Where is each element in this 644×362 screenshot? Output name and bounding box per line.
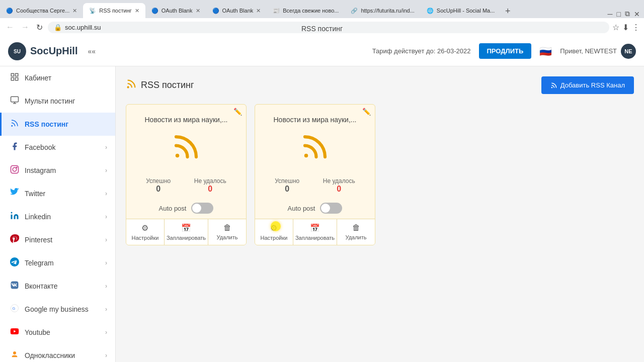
card-2-settings-label: Настройки [261, 235, 288, 241]
pinterest-icon [10, 234, 20, 245]
back-button[interactable]: ← [4, 22, 16, 33]
forward-button[interactable]: → [19, 22, 31, 33]
restore-icon[interactable]: □ [617, 10, 621, 18]
tab-oauth2-close[interactable]: ✕ [256, 8, 261, 14]
svg-text:G: G [13, 306, 16, 311]
close-icon[interactable]: ✕ [634, 10, 640, 18]
settings-icon: ⚙ [141, 223, 148, 233]
tab-communities[interactable]: 🔵 Сообщества Серге... ✕ [0, 3, 83, 18]
tab-oauth2[interactable]: 🔵 OAuth Blank ✕ [206, 3, 267, 18]
sidebar-label-google-business: Google my business [25, 305, 100, 313]
multi-post-icon [10, 96, 20, 107]
card-1-fail: Не удалось 0 [194, 177, 226, 194]
card-1-schedule-button[interactable]: 📅 Запланировать [165, 219, 208, 245]
card-2-autopost-label: Auto post [288, 205, 315, 212]
new-tab-button[interactable]: + [501, 4, 515, 18]
delete-icon-2: 🗑 [352, 223, 360, 232]
card-2-success-value: 0 [275, 185, 299, 194]
card-2-edit-icon[interactable]: ✏️ [362, 108, 371, 116]
svg-rect-5 [16, 78, 18, 80]
sidebar-item-instagram[interactable]: Instagram › [0, 159, 115, 182]
chevron-facebook: › [105, 144, 107, 151]
minimize-icon[interactable]: ─ [608, 10, 613, 18]
tab-socuphill[interactable]: 🌐 SocUpHill - Social Ma... [421, 3, 501, 18]
svg-point-17 [551, 87, 552, 87]
rss-card-2: ✏️ Новости из мира науки,... Успешно 0 [255, 104, 375, 245]
card-1-delete-label: Удалить [217, 234, 238, 240]
sidebar-item-telegram[interactable]: Telegram › [0, 251, 115, 275]
sidebar-label-odnoklassniki: Одноклассники [25, 351, 100, 359]
vk-icon [10, 281, 20, 292]
sidebar-item-linkedin[interactable]: Linkedin › [0, 205, 115, 228]
svg-rect-8 [11, 166, 19, 173]
chevron-pinterest: › [105, 236, 107, 243]
card-1-schedule-label: Запланировать [167, 235, 206, 241]
delete-icon: 🗑 [223, 223, 231, 232]
page-title: RSS постинг [141, 80, 194, 90]
collapse-sidebar-button[interactable]: «« [88, 47, 96, 55]
tab-rss-close[interactable]: ✕ [135, 8, 139, 14]
card-1-autopost-toggle[interactable] [191, 203, 213, 214]
tab-rss[interactable]: 📡 RSS постинг ✕ [83, 3, 145, 18]
chevron-twitter: › [105, 190, 107, 197]
extend-tariff-button[interactable]: ПРОДЛИТЬ [479, 43, 532, 59]
svg-point-18 [176, 154, 180, 158]
sidebar-label-vkontakte: Вконтакте [25, 282, 100, 290]
card-2-fail-label: Не удалось [323, 177, 355, 185]
tab-futurita[interactable]: 🔗 https://futurita.ru/ind... [345, 3, 420, 18]
rss-symbol-2 [300, 132, 330, 167]
sidebar-label-telegram: Telegram [25, 259, 100, 267]
svg-point-19 [304, 154, 308, 158]
reload-button[interactable]: ↻ [34, 22, 45, 33]
svg-text:SU: SU [14, 49, 21, 54]
card-2-schedule-button[interactable]: 📅 Запланировать [293, 219, 337, 245]
content-area: RSS постинг Добавить RSS Канал ✏️ Новост… [116, 66, 644, 362]
card-1-rss-icon [126, 128, 246, 173]
header-right: Тариф действует до: 26-03-2022 ПРОДЛИТЬ … [372, 43, 636, 59]
ok-icon [10, 350, 20, 361]
card-2-settings-button[interactable]: ⚙ Настройки [255, 219, 293, 245]
avatar: NE [621, 44, 636, 59]
card-1-settings-button[interactable]: ⚙ Настройки [126, 219, 165, 245]
sidebar-item-odnoklassniki[interactable]: Одноклассники › [0, 344, 115, 362]
card-1-edit-icon[interactable]: ✏️ [233, 108, 242, 116]
logo-area: SU SocUpHill «« [8, 42, 96, 60]
language-flag[interactable]: 🇷🇺 [539, 45, 552, 57]
sidebar-item-pinterest[interactable]: Pinterest › [0, 228, 115, 251]
card-2-delete-button[interactable]: 🗑 Удалить [337, 219, 375, 245]
tab-oauth1-close[interactable]: ✕ [196, 8, 200, 14]
sidebar-item-multi-post[interactable]: Мульти постинг [0, 89, 115, 113]
tab-close[interactable]: ✕ [72, 8, 77, 14]
logo-icon: SU [8, 42, 26, 60]
download-icon[interactable]: ⬇ [622, 23, 629, 32]
logo-text: SocUpHill [30, 45, 77, 57]
card-2-autopost-toggle[interactable] [320, 203, 342, 214]
rss-post-icon [10, 119, 20, 130]
card-1-delete-button[interactable]: 🗑 Удалить [208, 219, 246, 245]
sidebar-item-facebook[interactable]: Facebook › [0, 136, 115, 159]
sidebar-label-facebook: Facebook [25, 143, 100, 151]
sidebar-item-twitter[interactable]: Twitter › [0, 182, 115, 205]
card-1-success-label: Успешно [146, 177, 171, 185]
tab-news[interactable]: 📰 Всегда свежие ново... [267, 3, 345, 18]
menu-icon[interactable]: ⋮ [632, 23, 640, 32]
sidebar-item-youtube[interactable]: Youtube › [0, 321, 115, 344]
card-2-stats: Успешно 0 Не удалось 0 [255, 173, 375, 198]
sidebar-item-cabinet[interactable]: Кабинет [0, 66, 115, 89]
sidebar-item-vkontakte[interactable]: Вконтакте › [0, 275, 115, 298]
card-1-success: Успешно 0 [146, 177, 171, 194]
sidebar-label-twitter: Twitter [25, 190, 100, 198]
card-1-settings-label: Настройки [132, 235, 159, 241]
bookmark-icon[interactable]: ☆ [612, 23, 619, 32]
add-rss-channel-button[interactable]: Добавить RSS Канал [541, 76, 634, 94]
svg-point-15 [13, 351, 16, 354]
card-2-rss-icon [255, 128, 375, 173]
tab-oauth1[interactable]: 🔵 OAuth Blank ✕ [145, 3, 206, 18]
schedule-icon-2: 📅 [310, 223, 320, 233]
card-2-header: ✏️ [255, 105, 375, 116]
sidebar-item-google-business[interactable]: G Google my business › [0, 298, 115, 321]
app-header: SU SocUpHill «« Тариф действует до: 26-0… [0, 36, 644, 66]
sidebar-item-rss-post[interactable]: RSS постинг [0, 113, 115, 136]
facebook-icon [10, 142, 20, 153]
maximize-icon[interactable]: ⧉ [625, 10, 630, 18]
